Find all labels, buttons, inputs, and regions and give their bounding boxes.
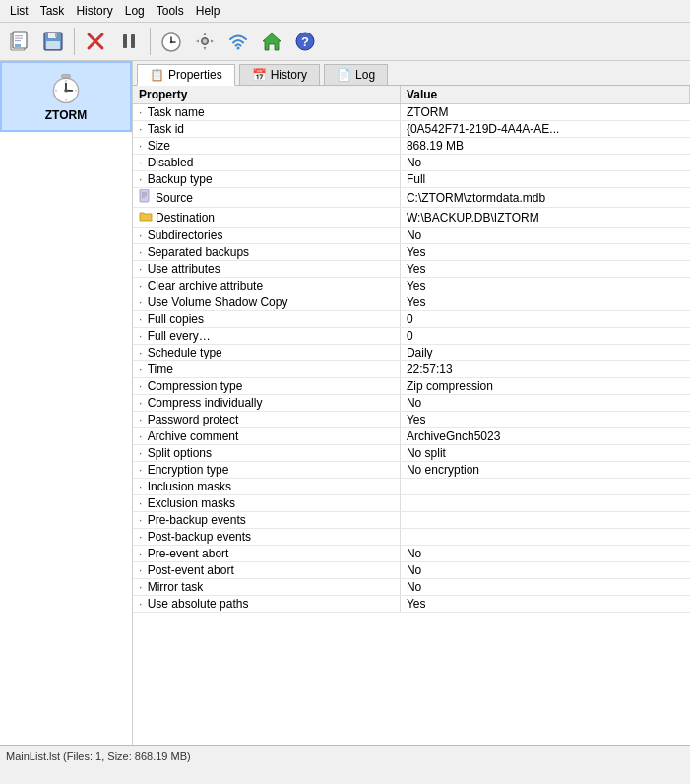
delete-button[interactable] (80, 26, 111, 57)
table-row[interactable]: · Compression typeZip compression (133, 378, 690, 395)
prop-name-cell: · Subdirectories (133, 228, 400, 244)
prop-name-cell: · Encryption type (133, 462, 400, 479)
table-row[interactable]: · Pre-backup events (133, 512, 690, 529)
prop-name-cell: · Task name (133, 104, 400, 121)
prop-name-text: Size (148, 139, 170, 153)
tab-log[interactable]: 📄 Log (324, 64, 388, 85)
prop-name-text: Inclusion masks (148, 480, 231, 493)
statusbar: MainList.lst (Files: 1, Size: 868.19 MB) (0, 745, 690, 766)
prop-value-cell: Yes (400, 412, 689, 428)
separator-1 (74, 28, 75, 55)
svg-rect-2 (15, 44, 21, 47)
bullet-icon: · (139, 156, 146, 169)
prop-name-cell: · Post-backup events (133, 529, 400, 546)
left-panel: ZTORM (0, 61, 133, 745)
settings-button[interactable] (189, 26, 220, 57)
menu-history[interactable]: History (70, 2, 118, 20)
table-row[interactable]: · Password protectYes (133, 412, 690, 428)
prop-value-cell: 22:57:13 (400, 361, 689, 378)
menu-help[interactable]: Help (190, 2, 226, 20)
table-row[interactable]: · SubdirectoriesNo (133, 228, 690, 244)
bullet-icon: · (139, 245, 146, 259)
prop-name-cell: · Backup type (133, 171, 400, 188)
wifi-button[interactable] (222, 26, 254, 57)
prop-value-cell: 868.19 MB (400, 138, 689, 155)
table-row[interactable]: · Time22:57:13 (133, 361, 690, 378)
table-row[interactable]: · Pre-event abortNo (133, 546, 690, 562)
prop-name-text: Post-backup events (148, 530, 251, 544)
table-row[interactable]: · Task nameZTORM (133, 104, 690, 121)
table-row[interactable]: · Use absolute pathsYes (133, 596, 690, 613)
new-button[interactable] (4, 26, 35, 57)
table-row[interactable]: · Archive commentArchiveGnch5023 (133, 428, 690, 445)
table-row[interactable]: · Post-event abortNo (133, 562, 690, 579)
table-row[interactable]: · Mirror taskNo (133, 579, 690, 596)
task-item-ztorm[interactable]: ZTORM (0, 61, 132, 132)
bullet-icon: · (139, 295, 146, 309)
prop-value-cell: No (400, 546, 689, 562)
statusbar-text: MainList.lst (Files: 1, Size: 868.19 MB) (6, 751, 191, 762)
table-row[interactable]: · Full copies0 (133, 311, 690, 328)
table-row[interactable]: · Backup typeFull (133, 171, 690, 188)
help-button[interactable]: ? (289, 26, 321, 57)
table-row[interactable]: · DisabledNo (133, 155, 690, 171)
menu-task[interactable]: Task (34, 2, 71, 20)
save-button[interactable] (37, 26, 69, 57)
prop-name-cell: · Separated backups (133, 244, 400, 261)
table-row[interactable]: · Use attributesYes (133, 261, 690, 278)
prop-name-text: Backup type (148, 172, 213, 186)
prop-name-cell: · Split options (133, 445, 400, 462)
prop-value-cell: No (400, 155, 689, 171)
prop-name-cell: · Use absolute paths (133, 596, 400, 613)
table-row[interactable]: · Task id{0A542F71-219D-4A4A-AE... (133, 121, 690, 138)
table-row[interactable]: · Size868.19 MB (133, 138, 690, 155)
svg-rect-18 (168, 32, 174, 34)
bullet-icon: · (139, 597, 146, 611)
svg-rect-13 (131, 34, 135, 48)
prop-value-cell: Daily (400, 345, 689, 361)
prop-name-text: Use absolute paths (148, 597, 249, 611)
menu-list[interactable]: List (4, 2, 34, 20)
table-row[interactable]: DestinationW:\BACKUP.DB\IZTORM (133, 208, 690, 228)
table-row[interactable]: · Schedule typeDaily (133, 345, 690, 361)
prop-value-cell: C:\ZTORM\ztormdata.mdb (400, 188, 689, 208)
prop-name-cell: · Full copies (133, 311, 400, 328)
svg-marker-22 (263, 33, 281, 50)
home-button[interactable] (256, 26, 287, 57)
tab-history[interactable]: 📅 History (239, 64, 320, 85)
tabs-bar: 📋 Properties 📅 History 📄 Log (133, 61, 690, 86)
prop-name-text: Mirror task (148, 580, 204, 594)
table-row[interactable]: · Use Volume Shadow CopyYes (133, 294, 690, 311)
separator-2 (150, 28, 151, 55)
menu-tools[interactable]: Tools (151, 2, 190, 20)
table-row[interactable]: · Separated backupsYes (133, 244, 690, 261)
prop-name-cell: · Use attributes (133, 261, 400, 278)
table-row[interactable]: · Exclusion masks (133, 495, 690, 512)
tab-properties[interactable]: 📋 Properties (137, 64, 235, 86)
prop-name-cell: · Task id (133, 121, 400, 138)
prop-value-cell (400, 529, 689, 546)
table-row[interactable]: · Compress individuallyNo (133, 395, 690, 412)
prop-name-text: Compression type (148, 379, 243, 393)
svg-point-20 (203, 39, 207, 43)
pause-button[interactable] (113, 26, 145, 57)
menu-log[interactable]: Log (119, 2, 151, 20)
table-row[interactable]: · Inclusion masks (133, 479, 690, 495)
history-tab-icon: 📅 (252, 68, 267, 82)
table-row[interactable]: · Encryption typeNo encryption (133, 462, 690, 479)
svg-text:?: ? (301, 34, 309, 49)
prop-name-cell: · Post-event abort (133, 562, 400, 579)
svg-rect-3 (15, 35, 23, 36)
bullet-icon: · (139, 429, 146, 443)
table-row[interactable]: · Full every…0 (133, 328, 690, 345)
table-row[interactable]: · Clear archive attributeYes (133, 278, 690, 294)
table-row[interactable]: · Post-backup events (133, 529, 690, 546)
prop-name-text: Post-event abort (148, 563, 234, 577)
prop-name-text: Task name (148, 105, 205, 119)
table-row[interactable]: · Split optionsNo split (133, 445, 690, 462)
prop-name-text: Full every… (148, 329, 211, 343)
table-row[interactable]: SourceC:\ZTORM\ztormdata.mdb (133, 188, 690, 208)
prop-name-text: Pre-event abort (148, 547, 229, 560)
clock-button[interactable] (156, 26, 187, 57)
svg-point-17 (170, 41, 172, 43)
